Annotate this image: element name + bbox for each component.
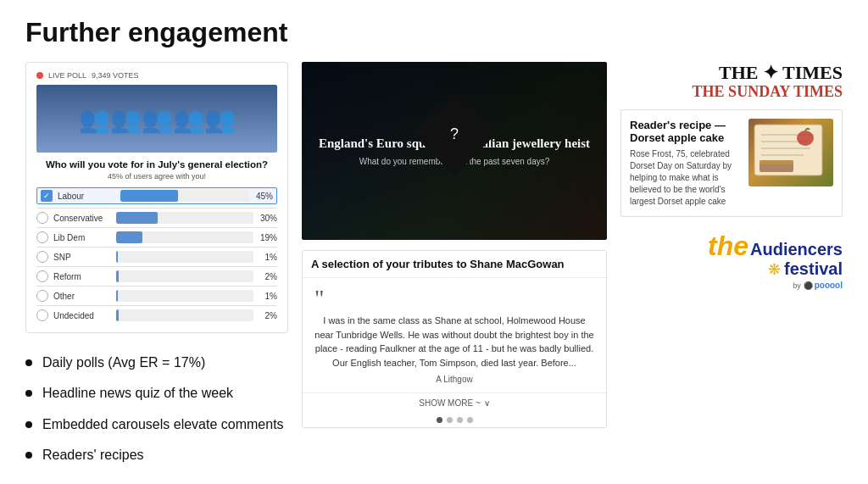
pooool-text: pooool (815, 281, 843, 290)
recipe-card[interactable]: Reader's recipe — Dorset apple cake Rose… (620, 109, 843, 217)
recipe-illustration (753, 123, 829, 182)
poll-bar-wrap-libdem (116, 231, 253, 243)
show-more-label: SHOW MORE ~ (419, 398, 481, 408)
poll-pct-other: 1% (257, 292, 277, 301)
festival-by-line: by ⚫ pooool (708, 281, 843, 290)
poll-pct-conservative: 30% (257, 214, 277, 223)
crowd-icon: 👥👥👥👥👥 (79, 104, 236, 134)
dot-2[interactable] (447, 417, 453, 423)
poll-label-other: Other (53, 292, 113, 301)
festival-logo-top: the Audiencers (708, 232, 843, 259)
bullet-item-3: Embedded carousels elevate comments (25, 415, 288, 434)
tribute-body: " I was in the same class as Shane at sc… (303, 278, 606, 392)
poll-option-labour[interactable]: ✓ Labour 45% (36, 187, 277, 204)
bullet-text-1: Daily polls (Avg ER = 17%) (42, 353, 205, 372)
poll-pct-snp: 1% (257, 253, 277, 262)
times-logo-line1: THE ✦ TIMES (620, 62, 843, 84)
poll-radio-conservative (36, 212, 48, 224)
poll-divider-5 (36, 286, 277, 287)
svg-point-5 (797, 131, 814, 146)
recipe-image-inner (748, 119, 833, 186)
question-mark-icon: ? (450, 125, 459, 143)
dot-4[interactable] (467, 417, 473, 423)
bullet-text-2: Headline news quiz of the week (42, 384, 233, 403)
poll-bar-reform: Reform 2% (53, 270, 277, 282)
recipe-text: Reader's recipe — Dorset apple cake Rose… (630, 119, 740, 208)
tribute-header: A selection of your tributes to Shane Ma… (303, 251, 606, 278)
poll-bar-snp: SNP 1% (53, 251, 277, 263)
left-column: LIVE POLL 9,349 VOTES 👥👥👥👥👥 Who will you… (25, 62, 288, 477)
show-more-button[interactable]: SHOW MORE ~ ∨ (303, 392, 606, 413)
poll-bar-fill-snp (116, 251, 118, 263)
festival-the-text: the (708, 232, 748, 259)
poll-option-snp[interactable]: SNP 1% (36, 251, 277, 263)
poll-bar-fill-libdem (116, 231, 142, 243)
poll-option-libdem[interactable]: Lib Dem 19% (36, 231, 277, 243)
poll-radio-other (36, 290, 48, 302)
bullet-dot-4 (25, 452, 32, 459)
pooool-icon: ⚫ (804, 281, 813, 290)
poll-bar-wrap-conservative (116, 212, 253, 224)
poll-bar-fill-reform (116, 270, 119, 282)
poll-label-libdem: Lib Dem (53, 233, 113, 242)
news-card-top[interactable]: ? England's Euro squad to an Italian jew… (302, 62, 607, 240)
poll-bar-conservative: Conservative 30% (53, 212, 277, 224)
poll-bar-wrap-undecided (116, 309, 253, 321)
poll-bar-fill (120, 190, 178, 202)
poll-divider-1 (36, 208, 277, 209)
times-logo: THE ✦ TIMES THE SUNDAY TIMES (620, 62, 843, 101)
poll-divider-3 (36, 247, 277, 248)
bullet-dot-2 (25, 390, 32, 397)
bullet-dot-3 (25, 421, 32, 428)
poll-header: LIVE POLL 9,349 VOTES (36, 71, 277, 80)
poll-bar-libdem: Lib Dem 19% (53, 231, 277, 243)
poll-bar-other: Other 1% (53, 290, 277, 302)
poll-bar-fill-undecided (116, 309, 119, 321)
poll-pct-libdem: 19% (257, 233, 277, 242)
poll-radio-reform (36, 270, 48, 282)
recipe-image (748, 119, 833, 186)
festival-logo: the Audiencers ❋ festival by ⚫ pooool (708, 232, 843, 290)
poll-option-other[interactable]: Other 1% (36, 290, 277, 302)
poll-bar-undecided: Undecided 2% (53, 309, 277, 321)
poll-pct-undecided: 2% (257, 311, 277, 320)
tribute-author: A Lithgow (314, 375, 594, 384)
dot-active[interactable] (437, 417, 442, 423)
poll-bar-fill-conservative (116, 212, 158, 224)
poll-pct-labour: 45% (253, 192, 273, 201)
festival-by-text: by (793, 281, 801, 290)
poll-pct-reform: 2% (257, 272, 277, 281)
bullet-text-4: Readers' recipes (42, 446, 144, 465)
pooool-logo: ⚫ pooool (804, 281, 843, 290)
bullet-item-2: Headline news quiz of the week (25, 384, 288, 403)
bullet-list: Daily polls (Avg ER = 17%) Headline news… (25, 353, 288, 477)
poll-bar-labour: Labour 45% (58, 190, 273, 202)
poll-check-icon: ✓ (41, 190, 53, 202)
festival-text: festival (784, 259, 843, 279)
bullet-text-3: Embedded carousels elevate comments (42, 415, 284, 434)
poll-bar-wrap-reform (116, 270, 253, 282)
svg-rect-7 (760, 160, 793, 164)
bullet-item-4: Readers' recipes (25, 446, 288, 465)
poll-bar-wrap-other (116, 290, 253, 302)
poll-radio-snp (36, 251, 48, 263)
poll-label-snp: SNP (53, 253, 113, 262)
poll-votes: 9,349 VOTES (92, 71, 139, 80)
poll-divider-4 (36, 266, 277, 267)
poll-option-reform[interactable]: Reform 2% (36, 270, 277, 282)
content-area: LIVE POLL 9,349 VOTES 👥👥👥👥👥 Who will you… (25, 62, 843, 477)
dot-3[interactable] (457, 417, 463, 423)
tribute-text: I was in the same class as Shane at scho… (314, 314, 594, 370)
poll-bg-visual: 👥👥👥👥👥 (36, 85, 277, 153)
recipe-desc: Rose Frost, 75, celebrated Dorset Day on… (630, 148, 740, 208)
poll-question: Who will you vote for in July's general … (36, 159, 277, 170)
recipe-title: Reader's recipe — Dorset apple cake (630, 119, 740, 144)
poll-option-undecided[interactable]: Undecided 2% (36, 309, 277, 321)
poll-option-conservative[interactable]: Conservative 30% (36, 212, 277, 224)
chevron-down-icon: ∨ (484, 398, 490, 408)
poll-sub: 45% of users agree with you! (36, 172, 277, 181)
carousel-dots (303, 413, 606, 427)
poll-bar-fill-other (116, 290, 118, 302)
tribute-card: A selection of your tributes to Shane Ma… (302, 250, 607, 428)
poll-widget: LIVE POLL 9,349 VOTES 👥👥👥👥👥 Who will you… (25, 62, 288, 333)
